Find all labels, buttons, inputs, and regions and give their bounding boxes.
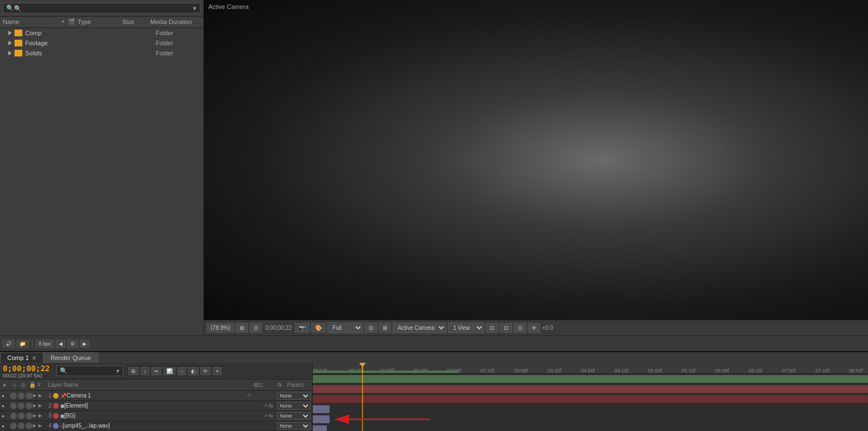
effect-icon[interactable]: ◐ [188, 367, 198, 375]
audio-icon[interactable]: 🔊 [3, 340, 15, 348]
arrow-right-icon[interactable]: ▶ [80, 340, 89, 348]
search-input-wrap[interactable]: 🔍 ▼ [3, 3, 201, 13]
tab-render-queue[interactable]: Render Queue [44, 352, 98, 363]
fit-icon[interactable]: ⊞ [236, 323, 248, 333]
region-icon[interactable]: ⊟ [365, 323, 377, 333]
close-tab-icon[interactable]: ✕ [32, 355, 36, 361]
project-search-bar: 🔍 ▼ [0, 0, 203, 17]
ruler-mark: 03:15f [547, 368, 561, 373]
item-name: Solids [25, 50, 156, 56]
grid-icon[interactable]: ⊞ [379, 323, 391, 333]
parent-select[interactable]: None [277, 402, 311, 410]
pixel-aspect-icon[interactable]: ⊡ [250, 323, 262, 333]
ruler-mark: 06:15f [748, 368, 762, 373]
snap-icon[interactable]: ≡ [213, 367, 221, 375]
comp-settings-icon[interactable]: ⊡ [486, 323, 498, 333]
track-row [313, 384, 868, 394]
expand-icon [8, 31, 12, 35]
mode-icon: - [271, 423, 277, 429]
layer-number: 2 [44, 402, 53, 409]
mask-icon[interactable]: ○ [178, 367, 186, 375]
layer-color-swatch [53, 413, 59, 419]
ruler-mark: 05:00f [648, 368, 662, 373]
chevron-down-icon[interactable]: ▼ [115, 368, 120, 374]
chevron-down-icon[interactable]: ▼ [192, 6, 197, 11]
quality-select[interactable]: Full Half Quarter [327, 323, 363, 333]
camera-select[interactable]: Active Camera [393, 323, 446, 333]
solo-toggle[interactable] [18, 423, 25, 429]
track-row [313, 424, 868, 431]
expand-icon [8, 51, 12, 55]
lock-toggle[interactable] [26, 392, 32, 399]
layer-color-swatch [53, 403, 59, 409]
layer-column-headers: ● ♫ ◎ 🔒 # Layer Name ⊞⊡ fx Parent [0, 380, 312, 391]
solo-toggle[interactable] [18, 413, 25, 419]
track-row [313, 404, 868, 414]
expand-layer[interactable]: ▶ [33, 423, 39, 428]
lock-toggle[interactable] [26, 402, 32, 409]
search-input[interactable] [14, 5, 192, 12]
expand-layer2[interactable]: ▶ [39, 423, 44, 428]
timeline-search-input[interactable] [68, 368, 115, 375]
visibility-toggle[interactable] [2, 402, 9, 409]
mode-icon: -*- [244, 393, 255, 399]
parent-select[interactable]: None [277, 422, 311, 430]
timeline-search[interactable]: 🔍 ▼ [56, 366, 123, 376]
tab-comp1[interactable]: Comp 1 ✕ [0, 352, 44, 363]
search-icon: 🔍 [60, 367, 68, 375]
layer-name: [BG] [64, 413, 264, 419]
flowchart-icon[interactable]: ⊡ [514, 323, 526, 333]
visibility-toggle[interactable] [2, 423, 9, 429]
list-item[interactable]: Footage Folder [0, 38, 203, 48]
ruler-mark: 06:00f [715, 368, 729, 373]
audio-toggle[interactable] [10, 413, 17, 419]
solo-toggle[interactable] [18, 392, 25, 399]
lock-toggle[interactable] [26, 423, 32, 429]
bpc-display[interactable]: 8 bpc [36, 340, 54, 348]
visibility-toggle[interactable] [2, 392, 9, 399]
crosshair-icon[interactable]: ✛ [528, 323, 540, 333]
audio-toggle[interactable] [10, 402, 17, 409]
layer-name: [ump45_...lap.wav] [63, 423, 272, 429]
parent-select[interactable]: None [277, 392, 311, 400]
expand-layer2[interactable]: ▶ [39, 403, 44, 408]
expand-layer[interactable]: ▶ [33, 403, 39, 408]
layer-number: 1 [44, 392, 53, 399]
layer-row: ▶ ▶ 4 ♪ [ump45_...lap.wav] - None [0, 421, 312, 431]
expand-layer[interactable]: ▶ [33, 413, 39, 418]
graph-icon[interactable]: 📊 [164, 367, 175, 375]
layer-row: ▶ ▶ 1 📌 Camera 1 -*- None [0, 391, 312, 401]
track-bar-camera [313, 375, 868, 383]
camera-icon[interactable]: 📷 [295, 323, 309, 333]
arrow-left-icon[interactable]: ◀ [56, 340, 65, 348]
solo-toggle[interactable] [18, 402, 25, 409]
expand-layer2[interactable]: ▶ [39, 393, 44, 398]
visibility-toggle[interactable] [2, 413, 9, 419]
lock-toggle[interactable] [26, 413, 32, 419]
timeline-left-panel: 0;00;00;22 00022 (29.97 fps) 🔍 ▼ ⊞ ↕ ⇔ 📊… [0, 363, 313, 431]
viewer-toolbar: (78.9%) ⊞ ⊡ 0;00;00;22 📷 🎨 Full Half Qua… [204, 320, 868, 335]
expand-layer2[interactable]: ▶ [39, 413, 44, 418]
ruler-mark: 05:15f [681, 368, 695, 373]
folder-open-icon[interactable]: 📁 [17, 340, 28, 348]
render-icon[interactable]: ⊡ [500, 323, 512, 333]
layer-row: ▶ ▶ 2 ◼ [Element] -*- fx None [0, 401, 312, 411]
settings-icon[interactable]: ⚙ [68, 340, 78, 348]
list-item[interactable]: Comp Folder [0, 28, 203, 38]
parent-select[interactable]: None [277, 412, 311, 420]
view-select[interactable]: 1 View 2 Views 4 Views [448, 323, 484, 333]
audio-toggle[interactable] [10, 392, 17, 399]
col-size-header: Size [122, 18, 150, 26]
zoom-display[interactable]: (78.9%) [207, 323, 234, 333]
move-icon[interactable]: ↕ [141, 367, 149, 375]
ruler-mark: 04:00f [581, 368, 595, 373]
motion-icon[interactable]: ⟳ [201, 367, 211, 375]
list-item[interactable]: Solids Folder [0, 48, 203, 58]
playhead[interactable] [362, 363, 363, 373]
in-out-icon[interactable]: ⇔ [151, 367, 161, 375]
color-icon[interactable]: 🎨 [311, 323, 326, 333]
new-comp-icon[interactable]: ⊞ [128, 367, 139, 375]
expand-layer[interactable]: ▶ [33, 393, 39, 398]
layers-list: ▶ ▶ 1 📌 Camera 1 -*- None [0, 391, 312, 431]
audio-toggle[interactable] [10, 423, 17, 429]
